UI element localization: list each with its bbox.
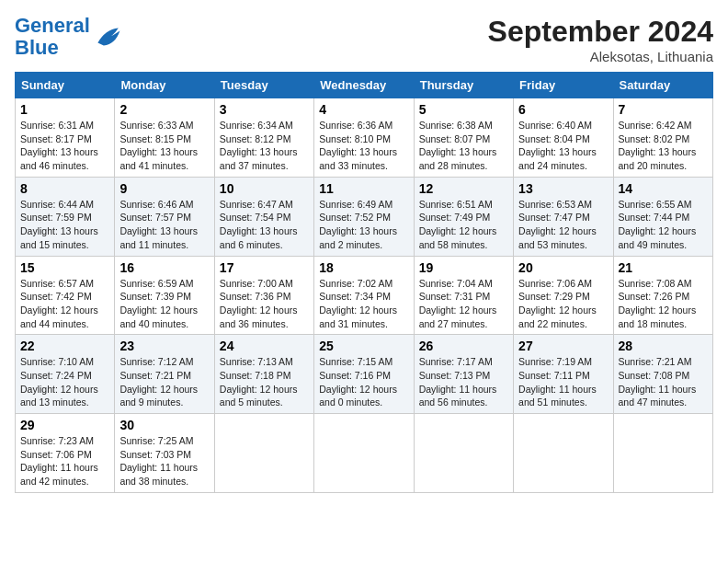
calendar-day-cell: 19 Sunrise: 7:04 AM Sunset: 7:31 PM Dayl… [414,256,513,335]
day-info: Sunrise: 7:00 AM Sunset: 7:36 PM Dayligh… [220,277,309,331]
day-info: Sunrise: 6:36 AM Sunset: 8:10 PM Dayligh… [319,119,408,173]
calendar-day-cell: 2 Sunrise: 6:33 AM Sunset: 8:15 PM Dayli… [115,98,214,178]
day-info: Sunrise: 7:02 AM Sunset: 7:34 PM Dayligh… [319,277,408,331]
day-info: Sunrise: 6:53 AM Sunset: 7:47 PM Dayligh… [518,198,608,252]
day-info: Sunrise: 6:42 AM Sunset: 8:02 PM Dayligh… [619,119,708,173]
day-number: 14 [619,181,708,196]
day-info: Sunrise: 6:55 AM Sunset: 7:44 PM Dayligh… [619,198,708,252]
calendar-day-cell: 15 Sunrise: 6:57 AM Sunset: 7:42 PM Dayl… [16,256,115,335]
calendar-week-row: 8 Sunrise: 6:44 AM Sunset: 7:59 PM Dayli… [16,177,713,256]
weekday-header: Sunday [16,73,115,98]
day-info: Sunrise: 7:19 AM Sunset: 7:11 PM Dayligh… [518,355,608,409]
weekday-header: Thursday [414,73,513,98]
day-number: 3 [220,102,309,117]
calendar-table: SundayMondayTuesdayWednesdayThursdayFrid… [15,72,713,493]
day-number: 6 [518,102,608,117]
day-info: Sunrise: 7:21 AM Sunset: 7:08 PM Dayligh… [619,355,708,409]
page-header: GeneralBlue September 2024 Aleksotas, Li… [15,15,713,64]
calendar-day-cell: 5 Sunrise: 6:38 AM Sunset: 8:07 PM Dayli… [414,98,513,178]
day-number: 8 [20,181,109,196]
day-number: 12 [419,181,508,196]
day-info: Sunrise: 7:04 AM Sunset: 7:31 PM Dayligh… [419,277,508,331]
calendar-day-cell: 18 Sunrise: 7:02 AM Sunset: 7:34 PM Dayl… [314,256,414,335]
calendar-day-cell [414,414,513,493]
day-number: 16 [119,260,209,275]
calendar-day-cell: 10 Sunrise: 6:47 AM Sunset: 7:54 PM Dayl… [214,177,313,256]
calendar-day-cell [613,414,712,493]
day-number: 21 [619,260,708,275]
day-info: Sunrise: 7:10 AM Sunset: 7:24 PM Dayligh… [20,355,109,409]
day-info: Sunrise: 6:31 AM Sunset: 8:17 PM Dayligh… [20,119,109,173]
calendar-week-row: 29 Sunrise: 7:23 AM Sunset: 7:06 PM Dayl… [16,414,713,493]
day-number: 18 [319,260,408,275]
day-info: Sunrise: 7:12 AM Sunset: 7:21 PM Dayligh… [119,355,209,409]
calendar-day-cell: 7 Sunrise: 6:42 AM Sunset: 8:02 PM Dayli… [613,98,712,178]
calendar-day-cell: 25 Sunrise: 7:15 AM Sunset: 7:16 PM Dayl… [314,335,414,414]
weekday-header: Saturday [613,73,712,98]
calendar-day-cell: 11 Sunrise: 6:49 AM Sunset: 7:52 PM Dayl… [314,177,414,256]
weekday-header: Monday [115,73,214,98]
title-block: September 2024 Aleksotas, Lithuania [488,15,713,64]
calendar-day-cell: 23 Sunrise: 7:12 AM Sunset: 7:21 PM Dayl… [115,335,214,414]
calendar-day-cell: 28 Sunrise: 7:21 AM Sunset: 7:08 PM Dayl… [613,335,712,414]
logo-icon [92,22,121,52]
day-number: 30 [119,418,209,432]
day-number: 17 [220,260,309,275]
day-info: Sunrise: 7:15 AM Sunset: 7:16 PM Dayligh… [319,355,408,409]
day-number: 28 [619,339,708,353]
calendar-day-cell: 21 Sunrise: 7:08 AM Sunset: 7:26 PM Dayl… [613,256,712,335]
day-info: Sunrise: 7:13 AM Sunset: 7:18 PM Dayligh… [220,355,309,409]
location: Aleksotas, Lithuania [488,49,713,64]
logo: GeneralBlue [15,15,121,59]
weekday-header: Wednesday [314,73,414,98]
calendar-day-cell: 14 Sunrise: 6:55 AM Sunset: 7:44 PM Dayl… [613,177,712,256]
day-info: Sunrise: 7:06 AM Sunset: 7:29 PM Dayligh… [518,277,608,331]
calendar-day-cell [214,414,313,493]
day-info: Sunrise: 6:44 AM Sunset: 7:59 PM Dayligh… [20,198,109,252]
day-number: 24 [220,339,309,353]
day-info: Sunrise: 7:08 AM Sunset: 7:26 PM Dayligh… [619,277,708,331]
calendar-header-row: SundayMondayTuesdayWednesdayThursdayFrid… [16,73,713,98]
calendar-day-cell: 9 Sunrise: 6:46 AM Sunset: 7:57 PM Dayli… [115,177,214,256]
day-info: Sunrise: 6:34 AM Sunset: 8:12 PM Dayligh… [220,119,309,173]
calendar-day-cell: 30 Sunrise: 7:25 AM Sunset: 7:03 PM Dayl… [115,414,214,493]
day-number: 2 [119,102,209,117]
day-info: Sunrise: 6:46 AM Sunset: 7:57 PM Dayligh… [119,198,209,252]
day-info: Sunrise: 6:38 AM Sunset: 8:07 PM Dayligh… [419,119,508,173]
day-number: 4 [319,102,408,117]
logo-text: GeneralBlue [15,15,90,59]
calendar-day-cell: 3 Sunrise: 6:34 AM Sunset: 8:12 PM Dayli… [214,98,313,178]
day-number: 10 [220,181,309,196]
day-info: Sunrise: 7:17 AM Sunset: 7:13 PM Dayligh… [419,355,508,409]
calendar-week-row: 1 Sunrise: 6:31 AM Sunset: 8:17 PM Dayli… [16,98,713,178]
day-number: 22 [20,339,109,353]
day-info: Sunrise: 6:40 AM Sunset: 8:04 PM Dayligh… [518,119,608,173]
day-number: 11 [319,181,408,196]
day-info: Sunrise: 6:51 AM Sunset: 7:49 PM Dayligh… [419,198,508,252]
calendar-day-cell [314,414,414,493]
calendar-day-cell [514,414,613,493]
day-info: Sunrise: 6:57 AM Sunset: 7:42 PM Dayligh… [20,277,109,331]
calendar-day-cell: 26 Sunrise: 7:17 AM Sunset: 7:13 PM Dayl… [414,335,513,414]
day-info: Sunrise: 6:59 AM Sunset: 7:39 PM Dayligh… [119,277,209,331]
day-number: 7 [619,102,708,117]
calendar-day-cell: 24 Sunrise: 7:13 AM Sunset: 7:18 PM Dayl… [214,335,313,414]
calendar-week-row: 15 Sunrise: 6:57 AM Sunset: 7:42 PM Dayl… [16,256,713,335]
calendar-day-cell: 16 Sunrise: 6:59 AM Sunset: 7:39 PM Dayl… [115,256,214,335]
calendar-day-cell: 6 Sunrise: 6:40 AM Sunset: 8:04 PM Dayli… [514,98,613,178]
day-info: Sunrise: 6:47 AM Sunset: 7:54 PM Dayligh… [220,198,309,252]
day-number: 23 [119,339,209,353]
calendar-week-row: 22 Sunrise: 7:10 AM Sunset: 7:24 PM Dayl… [16,335,713,414]
day-number: 26 [419,339,508,353]
day-number: 5 [419,102,508,117]
calendar-day-cell: 20 Sunrise: 7:06 AM Sunset: 7:29 PM Dayl… [514,256,613,335]
calendar-day-cell: 1 Sunrise: 6:31 AM Sunset: 8:17 PM Dayli… [16,98,115,178]
calendar-day-cell: 22 Sunrise: 7:10 AM Sunset: 7:24 PM Dayl… [16,335,115,414]
day-number: 9 [119,181,209,196]
calendar-day-cell: 29 Sunrise: 7:23 AM Sunset: 7:06 PM Dayl… [16,414,115,493]
month-title: September 2024 [488,15,713,49]
weekday-header: Friday [514,73,613,98]
day-number: 20 [518,260,608,275]
day-number: 29 [20,418,109,432]
day-number: 19 [419,260,508,275]
